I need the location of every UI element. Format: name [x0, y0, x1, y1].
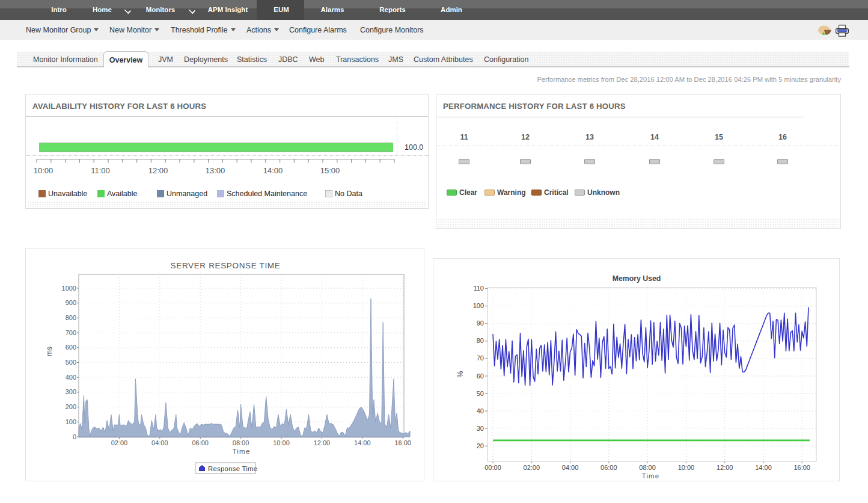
- svg-text:12:00: 12:00: [717, 464, 733, 471]
- svg-text:08:00: 08:00: [233, 439, 249, 446]
- svg-text:Response Time: Response Time: [208, 465, 257, 472]
- svg-text:10:00: 10:00: [273, 439, 290, 446]
- svg-text:Time: Time: [232, 447, 250, 455]
- svg-text:300: 300: [66, 388, 76, 395]
- svg-text:20: 20: [477, 442, 484, 449]
- svg-text:14:00: 14:00: [755, 464, 772, 471]
- svg-text:12:00: 12:00: [314, 439, 331, 446]
- svg-text:08:00: 08:00: [639, 464, 656, 471]
- svg-text:90: 90: [477, 319, 484, 327]
- svg-text:50: 50: [477, 390, 484, 397]
- svg-text:1000: 1000: [62, 285, 76, 292]
- svg-text:%: %: [456, 371, 465, 377]
- svg-text:400: 400: [66, 374, 76, 381]
- svg-text:ms: ms: [45, 347, 53, 356]
- svg-text:Memory Used: Memory Used: [613, 274, 661, 283]
- svg-text:40: 40: [477, 407, 484, 415]
- svg-text:16:00: 16:00: [793, 464, 810, 471]
- svg-text:04:00: 04:00: [151, 439, 168, 446]
- svg-text:0: 0: [73, 433, 76, 440]
- svg-text:60: 60: [477, 372, 484, 380]
- svg-text:100: 100: [473, 302, 484, 309]
- svg-text:500: 500: [66, 359, 76, 366]
- svg-text:06:00: 06:00: [192, 439, 209, 446]
- svg-text:16:00: 16:00: [394, 439, 411, 446]
- svg-text:00:00: 00:00: [484, 464, 501, 471]
- svg-text:02:00: 02:00: [524, 464, 540, 471]
- svg-text:900: 900: [66, 299, 76, 306]
- svg-text:800: 800: [66, 314, 76, 321]
- svg-text:10:00: 10:00: [678, 464, 695, 471]
- svg-text:80: 80: [477, 337, 484, 344]
- svg-text:70: 70: [477, 354, 484, 362]
- svg-text:02:00: 02:00: [111, 439, 128, 446]
- svg-text:04:00: 04:00: [562, 464, 579, 471]
- svg-text:Time: Time: [642, 472, 660, 480]
- svg-text:100: 100: [66, 418, 76, 425]
- svg-text:SERVER RESPONSE TIME: SERVER RESPONSE TIME: [171, 261, 281, 270]
- svg-text:06:00: 06:00: [601, 464, 617, 471]
- svg-text:30: 30: [477, 425, 484, 432]
- svg-text:110: 110: [473, 285, 484, 292]
- svg-text:14:00: 14:00: [354, 439, 371, 446]
- svg-text:700: 700: [66, 329, 76, 336]
- svg-text:200: 200: [66, 403, 76, 410]
- svg-text:600: 600: [66, 344, 76, 351]
